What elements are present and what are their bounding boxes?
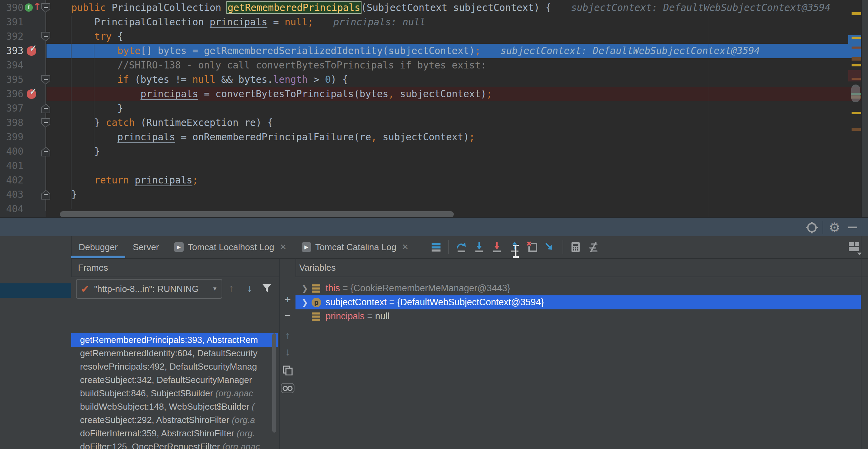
stripe-mark[interactable] <box>852 37 861 39</box>
code-line-400[interactable]: 400 } <box>0 144 868 159</box>
code-line-396[interactable]: 396 principals = convertBytesToPrincipal… <box>0 87 868 101</box>
stripe-mark[interactable] <box>852 47 861 49</box>
line-number: 390 <box>6 1 24 15</box>
three-bars-icon[interactable] <box>430 241 442 253</box>
move-watch-up-icon[interactable]: ↑ <box>280 328 295 343</box>
move-watch-down-icon[interactable]: ↓ <box>280 344 295 359</box>
frame-row[interactable]: doFilter:125, OncePerRequestFilter (org.… <box>71 440 278 449</box>
code-line-391[interactable]: 391 PrincipalCollection principals = nul… <box>0 15 868 29</box>
frame-row[interactable]: createSubject:342, DefaultSecurityManage… <box>71 373 278 387</box>
code-segment: principals <box>141 88 198 100</box>
left-stripe-highlight[interactable] <box>0 283 71 298</box>
force-step-into-icon[interactable] <box>491 241 503 253</box>
inline-debugger-hint: subjectContext: DefaultWebSubjectContext… <box>571 2 831 13</box>
expand-chevron-icon[interactable]: ❯ <box>300 284 310 293</box>
target-icon[interactable] <box>806 218 818 237</box>
breakpoint-icon[interactable] <box>27 46 36 56</box>
error-stripe-border <box>861 0 862 217</box>
frame-row[interactable]: getRememberedIdentity:604, DefaultSecuri… <box>71 347 278 360</box>
code-text: } <box>48 144 100 159</box>
code-line-403[interactable]: 403 } <box>0 188 868 202</box>
code-line-394[interactable]: 394 //SHIRO-138 - only call convertBytes… <box>0 58 868 73</box>
add-watch-icon[interactable]: ＋ <box>280 292 295 307</box>
code-segment: = convertBytesToPrincipals(bytes <box>198 88 388 100</box>
code-line-395[interactable]: 395 if (bytes != null && bytes.length > … <box>0 73 868 87</box>
code-segment: byte <box>117 45 140 56</box>
stripe-mark[interactable] <box>852 112 861 114</box>
stripe-mark[interactable] <box>852 12 861 15</box>
frame-location: doFilter:125, OncePerRequestFilter <box>80 441 222 449</box>
code-segment: ) { <box>331 74 348 85</box>
indent-guide <box>94 44 94 157</box>
close-icon[interactable]: ✕ <box>402 242 409 252</box>
toolwindow-title-band: ⚙ <box>0 217 868 237</box>
frame-location: getRememberedPrincipals:393, AbstractRem <box>80 335 258 345</box>
minimize-icon[interactable] <box>847 218 858 237</box>
mute-breakpoints-icon[interactable] <box>587 241 600 253</box>
code-segment <box>48 131 117 143</box>
panel-headers: Frames Variables <box>71 259 868 277</box>
frame-row[interactable]: getRememberedPrincipals:393, AbstractRem <box>71 333 278 347</box>
override-up-arrow-icon[interactable]: ↑ <box>33 1 41 13</box>
line-number: 395 <box>6 73 24 87</box>
step-into-icon[interactable] <box>473 241 485 253</box>
evaluate-expression-icon[interactable] <box>569 241 582 253</box>
stripe-mark[interactable] <box>852 78 861 80</box>
run-to-cursor-icon[interactable] <box>544 241 556 253</box>
editor-vertical-scrollbar[interactable] <box>851 85 860 102</box>
close-icon[interactable]: ✕ <box>280 242 287 252</box>
line-number: 402 <box>6 173 24 188</box>
code-line-392[interactable]: 392 try { <box>0 29 868 44</box>
expand-chevron-icon[interactable]: ❯ <box>300 298 310 307</box>
code-segment: , <box>371 131 377 143</box>
frames-scrollbar[interactable] <box>272 333 276 433</box>
frame-location: getRememberedIdentity:604, DefaultSecuri… <box>80 348 258 358</box>
code-line-398[interactable]: 398 } catch (RuntimeException re) { <box>0 116 868 130</box>
gear-icon[interactable]: ⚙ <box>828 218 841 237</box>
frame-row[interactable]: buildWebSubject:148, WebSubject$Builder … <box>71 400 278 413</box>
code-segment: getRememberedPrincipals <box>226 1 362 14</box>
breakpoint-icon[interactable] <box>27 89 36 99</box>
show-watches-icon[interactable] <box>280 381 295 396</box>
debug-tabstrip: Debugger Server ▶ Tomcat Localhost Log ✕… <box>71 236 868 258</box>
frame-row[interactable]: doFilterInternal:359, AbstractShiroFilte… <box>71 427 278 440</box>
tab-server[interactable]: Server <box>125 236 167 258</box>
line-number: 393 <box>6 44 24 58</box>
remove-watch-icon[interactable]: − <box>280 308 295 323</box>
variable-row[interactable]: ❯psubjectContext = {DefaultWebSubjectCon… <box>295 295 861 309</box>
frame-row[interactable]: createSubject:292, AbstractShiroFilter (… <box>71 413 278 427</box>
code-line-397[interactable]: 397 } <box>0 101 868 116</box>
code-editor[interactable]: 390I↑ public PrincipalCollection getReme… <box>0 0 868 217</box>
code-line-401[interactable]: 401 <box>0 159 868 173</box>
code-segment: (bytes != <box>129 74 192 85</box>
editor-horizontal-scrollbar[interactable] <box>60 211 454 217</box>
drop-frame-icon[interactable] <box>526 241 539 253</box>
code-line-393[interactable]: 393 byte[] bytes = getRememberedSerializ… <box>0 44 868 58</box>
frame-row[interactable]: resolvePrincipals:492, DefaultSecurityMa… <box>71 360 278 373</box>
code-segment: PrincipalCollection <box>111 2 227 13</box>
tab-tomcat-localhost-log[interactable]: ▶ Tomcat Localhost Log ✕ <box>167 236 294 258</box>
code-segment: = onRememberedPrincipalFailure(re <box>175 131 371 143</box>
stripe-mark[interactable] <box>848 70 861 81</box>
variable-row[interactable]: principals = null <box>295 309 861 323</box>
filter-frames-icon[interactable] <box>260 281 274 295</box>
stripe-mark[interactable] <box>852 128 861 131</box>
layout-settings-icon[interactable] <box>849 242 859 251</box>
thread-dropdown[interactable]: ✔ "http-nio-8...in": RUNNING ▼ <box>76 279 222 299</box>
step-over-icon[interactable] <box>455 241 468 253</box>
copy-stack-icon[interactable] <box>280 363 295 378</box>
frame-location: doFilterInternal:359, AbstractShiroFilte… <box>80 428 237 438</box>
code-line-402[interactable]: 402 return principals; <box>0 173 868 188</box>
stripe-mark[interactable] <box>852 57 861 61</box>
tab-tomcat-catalina-log[interactable]: ▶ Tomcat Catalina Log ✕ <box>294 236 416 258</box>
implementing-method-icon[interactable]: I <box>25 3 33 12</box>
frame-down-button[interactable]: ↓ <box>243 281 257 295</box>
frame-row[interactable]: buildSubject:846, Subject$Builder (org.a… <box>71 387 278 400</box>
stripe-mark[interactable] <box>852 64 861 66</box>
code-line-390[interactable]: 390I↑ public PrincipalCollection getReme… <box>0 1 868 15</box>
variable-row[interactable]: ❯this = {CookieRememberMeManager@3443} <box>295 281 861 295</box>
frame-up-button[interactable]: ↑ <box>224 281 238 295</box>
code-segment: PrincipalCollection <box>48 16 210 28</box>
tab-debugger[interactable]: Debugger <box>71 236 125 258</box>
code-line-399[interactable]: 399 principals = onRememberedPrincipalFa… <box>0 130 868 144</box>
